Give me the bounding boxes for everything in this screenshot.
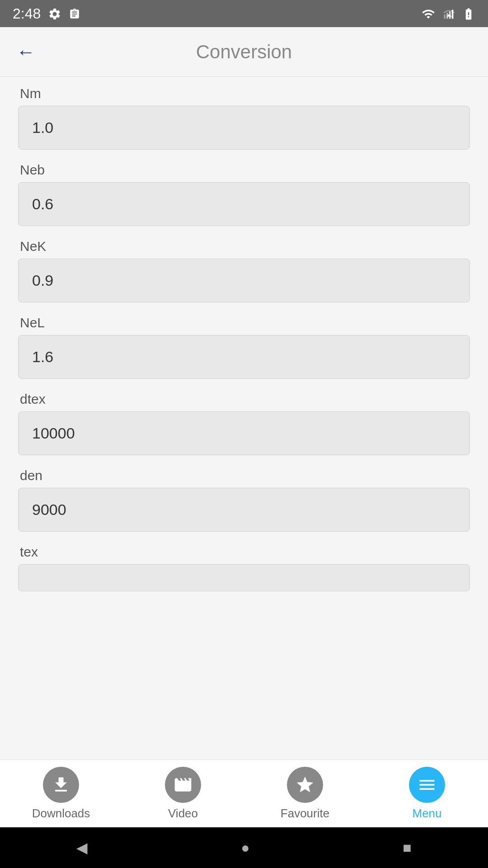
label-dtex: dtex [18,392,470,407]
nav-label-favourite: Favourite [281,807,329,821]
nav-label-menu: Menu [412,807,441,821]
status-right [420,6,475,21]
system-nav-bar: ◀ ● ■ [0,827,488,868]
input-den[interactable]: 9000 [18,488,470,532]
input-tex[interactable] [18,564,470,591]
label-nm: Nm [18,86,470,101]
nav-item-downloads[interactable]: Downloads [0,760,122,827]
svg-rect-0 [444,14,446,19]
label-den: den [18,468,470,483]
field-group-dtex: dtex 10000 [18,392,470,455]
svg-rect-3 [452,10,454,19]
nav-item-video[interactable]: Video [122,760,244,827]
input-neb[interactable]: 0.6 [18,182,470,226]
clipboard-icon [69,6,80,21]
field-group-den: den 9000 [18,468,470,532]
field-group-tex: tex [18,544,470,591]
favourite-icon-circle [287,767,323,803]
input-nm[interactable]: 1.0 [18,106,470,150]
status-left: 2:48 [13,5,80,22]
nav-item-menu[interactable]: Menu [366,760,488,827]
input-nek[interactable]: 0.9 [18,259,470,302]
input-nel[interactable]: 1.6 [18,335,470,379]
input-dtex[interactable]: 10000 [18,411,470,455]
settings-icon [48,6,61,21]
label-neb: Neb [18,162,470,178]
label-nek: NeK [18,239,470,254]
svg-rect-2 [449,11,451,19]
bottom-nav: Downloads Video Favourite Menu [0,760,488,827]
status-time: 2:48 [13,5,41,22]
svg-rect-1 [446,13,448,19]
label-tex: tex [18,544,470,560]
content-area: Nm 1.0 Neb 0.6 NeK 0.9 NeL 1.6 dtex 1000… [0,77,488,760]
field-group-nm: Nm 1.0 [18,86,470,150]
battery-icon [462,6,475,21]
nav-label-downloads: Downloads [32,807,90,821]
nav-label-video: Video [168,807,198,821]
back-button[interactable]: ← [13,38,39,66]
field-group-nel: NeL 1.6 [18,315,470,379]
label-nel: NeL [18,315,470,330]
sys-back-button[interactable]: ◀ [76,839,88,856]
field-group-nek: NeK 0.9 [18,239,470,302]
signal-icon [443,6,455,21]
menu-icon-circle [409,767,445,803]
sys-recent-button[interactable]: ■ [403,840,411,856]
field-group-neb: Neb 0.6 [18,162,470,226]
nav-item-favourite[interactable]: Favourite [244,760,366,827]
status-bar: 2:48 [0,0,488,27]
sys-home-button[interactable]: ● [241,840,249,856]
downloads-icon-circle [43,767,79,803]
page-title: Conversion [196,41,292,63]
top-bar: ← Conversion [0,27,488,77]
wifi-icon [420,6,436,21]
video-icon-circle [165,767,201,803]
